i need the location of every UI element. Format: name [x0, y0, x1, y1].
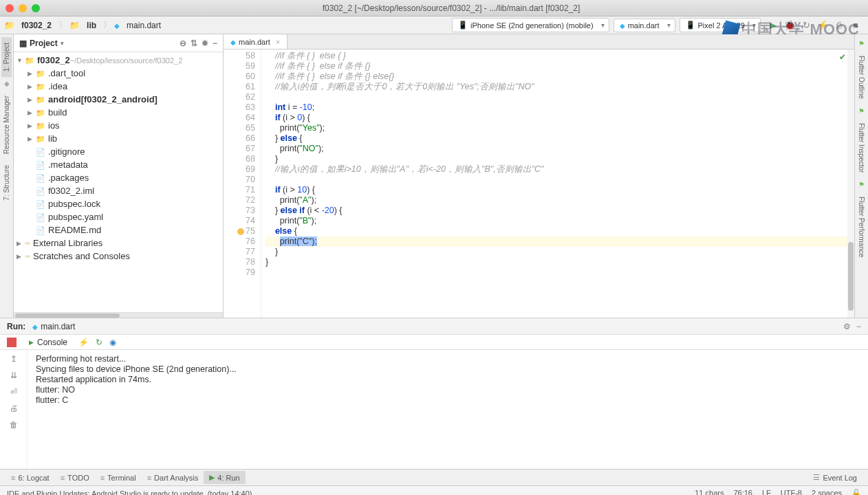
crumb-folder[interactable]: lib [83, 19, 100, 32]
status-info[interactable]: 76:16 [733, 489, 752, 495]
left-tool-stripe: 1: Project ◆ Resource Manager 7: Structu… [0, 34, 14, 318]
play-icon: ▶ [29, 339, 34, 346]
tree-item[interactable]: pubspec.lock [14, 197, 223, 210]
expand-icon[interactable]: ⇅ [191, 38, 197, 48]
folder-icon [69, 21, 80, 30]
tree-item[interactable]: ▶lib [14, 132, 223, 145]
tree-item[interactable]: ▶android [f0302_2_android] [14, 93, 223, 106]
tree-item[interactable]: .packages [14, 171, 223, 184]
close-tab-icon[interactable]: × [276, 38, 280, 46]
structure-tab[interactable]: 7: Structure [1, 160, 12, 206]
event-log-tab[interactable]: ☰Event Log [807, 471, 862, 484]
console-tab[interactable]: ▶ Console [23, 336, 73, 349]
horizontal-scrollbar[interactable] [14, 312, 223, 318]
hide-icon[interactable]: − [213, 38, 217, 48]
phone-icon: 📱 [686, 21, 695, 30]
open-devtools-icon[interactable]: ◉ [109, 338, 116, 347]
bottom-tab[interactable]: ≡Dart Analysis [142, 472, 204, 484]
tree-item[interactable]: f0302_2.iml [14, 184, 223, 197]
tree-item[interactable]: ▶build [14, 106, 223, 119]
vertical-scrollbar[interactable] [847, 50, 854, 318]
folder-icon [4, 21, 14, 30]
tree-item[interactable]: ▶.idea [14, 80, 223, 93]
flutter-performance-tab[interactable]: Flutter Performance [856, 191, 867, 263]
tree-item[interactable]: .gitignore [14, 145, 223, 158]
flutter-icon[interactable]: ⚑ [858, 181, 865, 188]
collapse-icon[interactable]: ⊖ [180, 38, 186, 48]
dart-icon [32, 322, 38, 331]
settings-icon[interactable]: ✸ [202, 38, 208, 48]
resource-icon[interactable]: ◆ [4, 80, 10, 87]
analysis-ok-icon: ✔ [839, 52, 846, 63]
run-panel-label: Run: [7, 322, 25, 331]
right-tool-stripe: ⚑ Flutter Outline ⚑ Flutter Inspector ⚑ … [854, 34, 868, 318]
clear-icon[interactable]: 🗑 [10, 420, 18, 430]
bottom-tab[interactable]: ≡TODO [55, 472, 95, 484]
bottom-toolbar: ≡6: Logcat≡TODO≡Terminal≡Dart Analysis▶4… [0, 469, 868, 485]
resource-manager-tab[interactable]: Resource Manager [1, 90, 12, 160]
bottom-tab[interactable]: ▶4: Run [204, 471, 245, 484]
tree-item[interactable]: pubspec.yaml [14, 210, 223, 223]
code-editor[interactable]: ✔ //if 条件 { } else { } //if 条件 { } else … [261, 50, 854, 318]
flutter-inspector-tab[interactable]: Flutter Inspector [856, 118, 867, 178]
window-title: f0302_2 [~/Desktop/lesson/source/f0302_2… [40, 3, 862, 13]
status-info[interactable]: LF [762, 489, 771, 495]
crumb-file[interactable]: main.dart [122, 19, 165, 32]
breadcrumb: f0302_2 〉 lib 〉 main.dart [4, 19, 165, 32]
window-minimize[interactable] [19, 4, 27, 12]
tree-item[interactable]: ▶ios [14, 119, 223, 132]
status-info[interactable]: 2 spaces [812, 489, 842, 495]
status-message: IDE and Plugin Updates: Android Studio i… [7, 490, 252, 496]
flutter-icon[interactable]: ⚑ [858, 107, 865, 115]
project-panel-title: ▦Project ▾ [19, 38, 180, 48]
run-panel-config: main.dart [32, 322, 75, 331]
flutter-icon[interactable]: ⚑ [858, 40, 865, 47]
wrap-icon[interactable]: ⏎ [10, 387, 17, 397]
editor-tab-main[interactable]: main.dart × [224, 34, 287, 49]
scroll-icon[interactable]: ⇊ [10, 371, 17, 380]
run-config-selector[interactable]: main.dart [614, 19, 675, 32]
project-tool-tab[interactable]: 1: Project [1, 37, 12, 77]
tree-item[interactable]: ▶.dart_tool [14, 67, 223, 80]
hot-reload-icon[interactable]: ⚡ [78, 338, 89, 347]
flutter-outline-tab[interactable]: Flutter Outline [856, 50, 867, 104]
bottom-tab[interactable]: ≡6: Logcat [6, 472, 55, 484]
dart-icon [620, 21, 625, 30]
stop-run-button[interactable] [7, 338, 17, 347]
device-selector[interactable]: 📱 iPhone SE (2nd generation) (mobile) [452, 18, 609, 32]
crumb-project[interactable]: f0302_2 [17, 19, 56, 32]
dart-icon [230, 38, 236, 46]
rerun-icon[interactable]: ↥ [10, 354, 17, 364]
console-output[interactable]: Performing hot restart...Syncing files t… [28, 350, 868, 469]
lock-icon[interactable]: 🔓 [851, 489, 861, 495]
tree-item[interactable]: .metadata [14, 158, 223, 171]
tree-item[interactable]: ▶⎓Scratches and Consoles [14, 250, 223, 263]
print-icon[interactable]: 🖨 [10, 404, 18, 413]
status-info[interactable]: UTF-8 [781, 489, 802, 495]
project-tree[interactable]: ▼f0302_2 ~/Desktop/lesson/source/f0302_2… [14, 52, 223, 312]
status-info[interactable]: 11 chars [695, 489, 724, 495]
run-settings-icon[interactable]: ⚙ [843, 322, 851, 331]
status-right: 11 chars76:16LFUTF-82 spaces🔓 [695, 489, 861, 495]
tree-item[interactable]: ▶⎓External Libraries [14, 236, 223, 250]
hot-restart-icon[interactable]: ↻ [96, 338, 102, 347]
bottom-tab[interactable]: ≡Terminal [95, 472, 142, 484]
window-close[interactable] [6, 4, 14, 12]
dart-icon [114, 21, 120, 30]
line-gutter[interactable]: 5859606162636465666768697071727374757677… [224, 50, 261, 318]
tree-root[interactable]: ▼f0302_2 ~/Desktop/lesson/source/f0302_2 [14, 54, 223, 67]
phone-icon: 📱 [458, 21, 468, 30]
run-hide-icon[interactable]: − [856, 322, 861, 331]
tree-item[interactable]: README.md [14, 223, 223, 236]
window-maximize[interactable] [32, 4, 40, 12]
